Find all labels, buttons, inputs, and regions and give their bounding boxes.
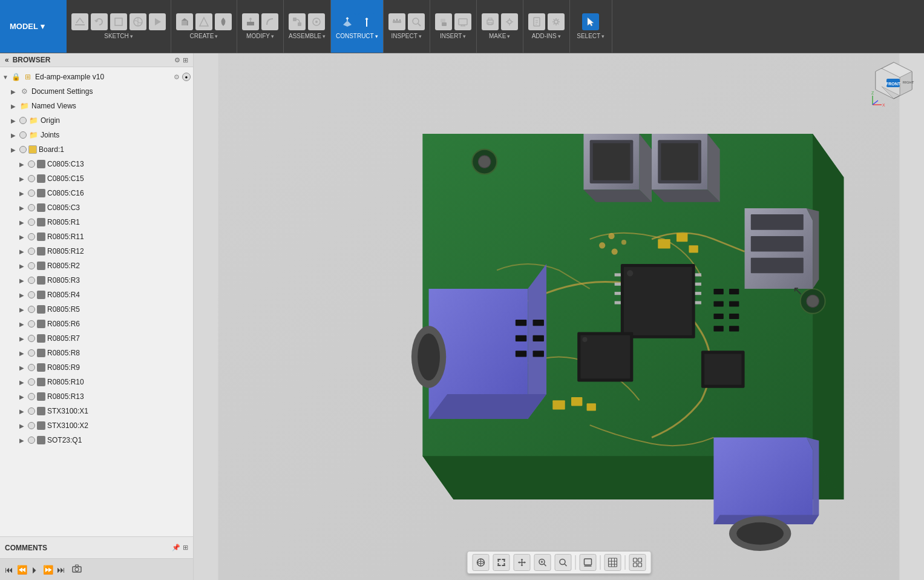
browser-collapse-icon[interactable]: «: [5, 56, 9, 64]
tree-item-label: C0805:C3: [47, 203, 191, 212]
tree-item-c0805-c16[interactable]: ▶ C0805:C16: [0, 186, 193, 200]
svg-rect-0: [75, 24, 85, 25]
fit-button[interactable]: [493, 554, 510, 571]
pan-button[interactable]: [513, 554, 530, 571]
tree-item-c0805-c3[interactable]: ▶ C0805:C3: [0, 200, 193, 215]
create-box-icon: [176, 13, 193, 30]
view-options-button[interactable]: [629, 554, 646, 571]
sketch-group[interactable]: SKETCH ▾: [67, 0, 171, 53]
playback-next-button[interactable]: ⏩: [43, 565, 53, 575]
svg-text:Z: Z: [871, 91, 874, 95]
tree-item-r0805-r1[interactable]: ▶ R0805:R1: [0, 215, 193, 229]
select-group[interactable]: SELECT ▾: [570, 0, 612, 53]
modify-chevron-icon: ▾: [271, 33, 274, 39]
tree-item-arrow-icon: ▶: [19, 161, 28, 168]
tree-item-arrow-icon: ▶: [19, 205, 28, 211]
assemble-group[interactable]: ASSEMBLE ▾: [284, 0, 331, 53]
tree-item-label: R0805:R6: [47, 320, 191, 328]
canvas-area[interactable]: ↖: [194, 53, 924, 580]
tree-board-component-icon: [28, 145, 37, 154]
tree-board-eye-icon: [19, 146, 27, 153]
tree-item-origin[interactable]: ▶ 📁 Origin: [0, 113, 193, 128]
zoom-button[interactable]: [534, 554, 551, 571]
tree-item-r0805-r6[interactable]: ▶ R0805:R6: [0, 317, 193, 331]
grid-button[interactable]: [604, 554, 621, 571]
playback-prev-button[interactable]: ⏪: [17, 565, 27, 575]
svg-rect-4: [182, 21, 188, 25]
comments-panel-button[interactable]: ⊞: [183, 544, 188, 552]
tree-item-r0805-r8[interactable]: ▶ R0805:R8: [0, 346, 193, 360]
inspect-group[interactable]: INSPECT ▾: [384, 0, 430, 53]
tree-item-r0805-r12[interactable]: ▶ R0805:R12: [0, 244, 193, 259]
create-group[interactable]: CREATE ▾: [171, 0, 237, 53]
comments-label: COMMENTS: [5, 544, 47, 552]
tree-item-document-settings[interactable]: ▶ ⚙ Document Settings: [0, 84, 193, 99]
tree-item-r0805-r2[interactable]: ▶ R0805:R2: [0, 259, 193, 273]
svg-rect-90: [713, 314, 723, 319]
tree-item-eye-icon: [28, 248, 35, 255]
tree-item-stx3100-x1[interactable]: ▶ STX3100:X1: [0, 404, 193, 418]
tree-origin-arrow-icon: ▶: [11, 117, 19, 124]
tree-item-arrow-icon: ▶: [19, 335, 28, 342]
tree-item-joints[interactable]: ▶ 📁 Joints: [0, 128, 193, 142]
playback-play-button[interactable]: ⏵: [31, 565, 39, 575]
tree-item-named-views[interactable]: ▶ 📁 Named Views: [0, 99, 193, 113]
tree-item-eye-icon: [28, 422, 35, 429]
playback-first-button[interactable]: ⏮: [5, 565, 13, 575]
svg-marker-38: [713, 438, 813, 524]
construct-group[interactable]: CONSTRUCT ▾: [331, 0, 384, 53]
tree-item-arrow-icon: ▶: [19, 277, 28, 284]
tree-item-r0805-r4[interactable]: ▶ R0805:R4: [0, 288, 193, 302]
playback-bar: ⏮ ⏪ ⏵ ⏩ ⏭: [0, 558, 193, 580]
tree-item-component-icon: [37, 189, 45, 197]
svg-rect-93: [729, 326, 739, 331]
tree-item-c0805-c15[interactable]: ▶ C0805:C15: [0, 171, 193, 186]
create-revolve-icon: [215, 13, 232, 30]
make-group[interactable]: MAKE ▾: [477, 0, 523, 53]
tree-item-r0805-r10[interactable]: ▶ R0805:R10: [0, 375, 193, 389]
orbit-button[interactable]: [472, 554, 489, 571]
tree-item-r0805-r13[interactable]: ▶ R0805:R13: [0, 389, 193, 404]
addins-group[interactable]: ADD-INS ▾: [523, 0, 570, 53]
svg-rect-47: [593, 143, 630, 180]
tree-item-eye-icon: [28, 262, 35, 269]
tree-item-board[interactable]: ▶ Board:1: [0, 142, 193, 157]
playback-last-button[interactable]: ⏭: [57, 565, 65, 575]
tree-item-r0805-r9[interactable]: ▶ R0805:R9: [0, 360, 193, 375]
zoom-window-button[interactable]: [554, 554, 571, 571]
tree-item-r0805-r5[interactable]: ▶ R0805:R5: [0, 302, 193, 317]
tree-item-r0805-r11[interactable]: ▶ R0805:R11: [0, 229, 193, 244]
view-cube[interactable]: FRONT RIGHT X Z: [870, 59, 918, 108]
svg-rect-106: [503, 563, 505, 566]
create-shape-icon: [195, 13, 212, 30]
tree-item-component-icon: [37, 334, 45, 343]
tree-item-label: C0805:C13: [47, 160, 191, 168]
playback-camera-button[interactable]: [71, 564, 82, 575]
toolbar-groups: SKETCH ▾ CREATE ▾: [67, 0, 924, 53]
model-menu[interactable]: MODEL ▾: [0, 0, 67, 53]
svg-line-108: [544, 564, 546, 567]
tree-item-r0805-r3[interactable]: ▶ R0805:R3: [0, 273, 193, 288]
create-chevron-icon: ▾: [215, 33, 218, 39]
svg-rect-15: [459, 19, 467, 25]
comments-panel: COMMENTS 📌 ⊞: [0, 536, 193, 558]
browser-settings-button[interactable]: ⚙: [174, 56, 180, 64]
insert-label: INSERT ▾: [440, 33, 467, 39]
select-label: SELECT ▾: [577, 33, 605, 39]
comments-pin-button[interactable]: 📌: [172, 544, 180, 552]
tree-item-sot23-q1[interactable]: ▶ SOT23:Q1: [0, 433, 193, 447]
svg-rect-100: [497, 559, 499, 562]
svg-rect-77: [552, 400, 565, 409]
inspect-label: INSPECT ▾: [392, 33, 422, 39]
modify-group[interactable]: MODIFY ▾: [237, 0, 284, 53]
left-panel: « BROWSER ⚙ ⊞ ▼ 🔒 ⊞ Ed-amp-example v10 ⚙…: [0, 53, 194, 580]
tree-item-c0805-c13[interactable]: ▶ C0805:C13: [0, 157, 193, 171]
display-mode-button[interactable]: [579, 554, 596, 571]
tree-root-item[interactable]: ▼ 🔒 ⊞ Ed-amp-example v10 ⚙ ●: [0, 70, 193, 84]
model-label: MODEL: [10, 22, 38, 31]
svg-rect-102: [503, 559, 505, 562]
tree-item-stx3100-x2[interactable]: ▶ STX3100:X2: [0, 418, 193, 433]
tree-item-r0805-r7[interactable]: ▶ R0805:R7: [0, 331, 193, 346]
browser-pin-button[interactable]: ⊞: [183, 56, 188, 64]
insert-group[interactable]: INSERT ▾: [430, 0, 477, 53]
